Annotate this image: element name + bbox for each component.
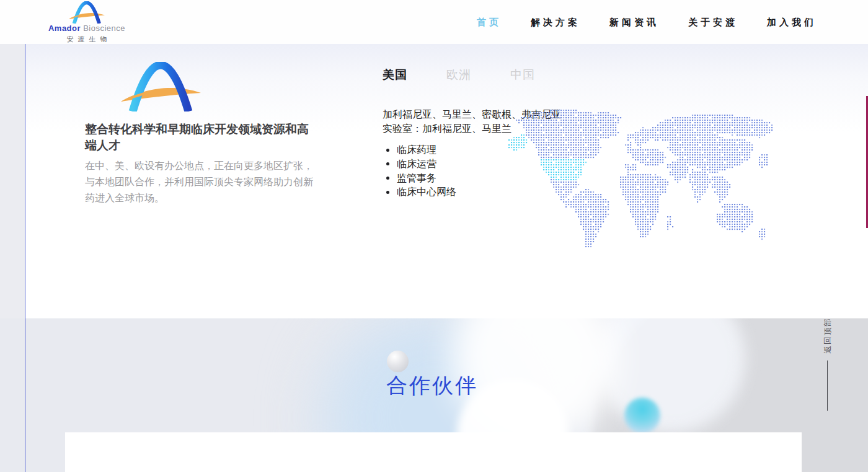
world-dot-map	[505, 104, 778, 248]
list-item: 监管事务	[386, 172, 456, 186]
nav-item-solutions[interactable]: 解决方案	[531, 17, 580, 28]
nav-item-about[interactable]: 关于安渡	[688, 17, 738, 28]
nav-item-home[interactable]: 首页	[477, 17, 502, 28]
decor-sphere-gray	[387, 351, 409, 372]
partners-card	[65, 432, 802, 472]
hero-heading: 整合转化科学和早期临床开发领域资源和高端人才	[85, 121, 319, 154]
list-item: 临床药理	[386, 143, 456, 157]
arch-logo-icon	[67, 1, 107, 24]
back-to-top-label: 返回顶部	[823, 317, 833, 353]
vertical-blue-rule	[25, 44, 25, 472]
list-item: 临床运营	[386, 157, 456, 172]
nav-item-news[interactable]: 新闻资讯	[609, 17, 659, 28]
world-map-canvas	[505, 104, 778, 248]
header: Amador Bioscience 安渡生物 首页 解决方案 新闻资讯 关于安渡…	[0, 0, 868, 44]
region-tabs: 美国 欧洲 中国	[383, 67, 535, 83]
nav-item-join[interactable]: 加入我们	[767, 17, 817, 28]
back-to-top-line	[827, 361, 828, 411]
arch-logo-large-icon	[119, 62, 203, 111]
partners-title: 合作伙伴	[0, 372, 864, 400]
brand-name-cn: 安渡生物	[46, 35, 127, 44]
brand-logo-block[interactable]: Amador Bioscience 安渡生物	[46, 1, 127, 44]
services-list: 临床药理 临床运营 监管事务 临床中心网络	[386, 143, 456, 199]
back-to-top-button[interactable]: 返回顶部	[810, 317, 845, 354]
tab-usa[interactable]: 美国	[383, 67, 407, 83]
brand-name-en: Amador Bioscience	[46, 24, 127, 33]
hero-section: 整合转化科学和早期临床开发领域资源和高端人才 在中、美、欧设有办公地点，正在向更…	[25, 44, 868, 318]
tab-europe[interactable]: 欧洲	[446, 67, 471, 83]
main-nav: 首页 解决方案 新闻资讯 关于安渡 加入我们	[477, 17, 817, 28]
decor-sphere-cyan	[624, 398, 660, 434]
left-margin-strip	[0, 44, 25, 318]
tab-china[interactable]: 中国	[510, 67, 535, 83]
hero-description: 在中、美、欧设有办公地点，正在向更多地区扩张，与本地团队合作，并利用国际顶尖专家…	[85, 158, 317, 206]
partners-section: 合作伙伴	[0, 318, 868, 472]
list-item: 临床中心网络	[386, 185, 456, 199]
